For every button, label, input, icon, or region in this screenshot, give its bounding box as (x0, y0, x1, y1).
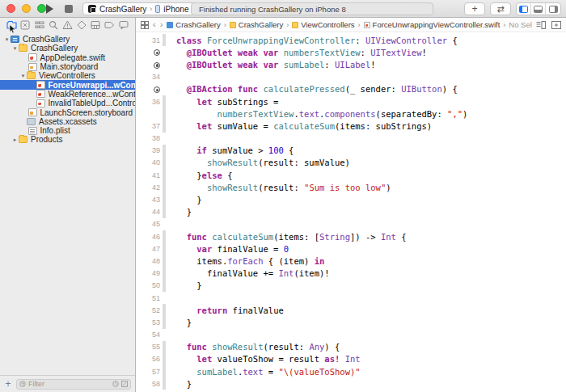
code-line-50[interactable]: 50 } (136, 280, 566, 292)
line-number[interactable]: 37 (136, 122, 160, 130)
line-number[interactable]: 53 (136, 318, 160, 327)
line-number[interactable]: 46 (136, 233, 160, 241)
related-items-icon[interactable] (141, 21, 149, 29)
stop-button[interactable] (61, 2, 76, 15)
line-number[interactable]: 57 (136, 368, 160, 376)
code-line-34[interactable]: 34 (136, 71, 566, 83)
disclosure-triangle-icon[interactable]: ▾ (11, 45, 19, 52)
code-line-58[interactable]: 58 } (136, 377, 566, 390)
line-number[interactable]: 44 (136, 208, 160, 216)
tree-item-products[interactable]: ▸Products (0, 135, 135, 144)
minimize-window-button[interactable] (22, 4, 31, 13)
code-line-38[interactable]: 38 (136, 133, 566, 145)
code-line-43[interactable]: 43 } (136, 193, 566, 205)
code-line-36[interactable]: 36 let subStrings = (136, 95, 566, 107)
tree-item-crashgallery[interactable]: ▾CrashGallery (0, 35, 135, 44)
code-line-54[interactable]: 54 (136, 329, 566, 341)
line-number[interactable]: 51 (136, 294, 160, 302)
code-line-53[interactable]: 53 } (136, 316, 566, 328)
disclosure-triangle-icon[interactable]: ▸ (11, 137, 19, 143)
code-area[interactable]: 31class ForceUnwrappingViewController: U… (136, 32, 566, 392)
go-forward-button[interactable]: › (160, 20, 163, 29)
navigator-tab-breakpoints-icon[interactable] (104, 19, 116, 31)
line-number[interactable]: 45 (136, 220, 160, 228)
scheme-selector[interactable]: CrashGallery › iPhone 8 (82, 2, 201, 15)
disclosure-triangle-icon[interactable]: ▾ (19, 73, 27, 79)
line-number[interactable]: 43 (136, 196, 160, 204)
code-review-button[interactable]: ⇄ (490, 2, 511, 15)
tree-item-invalidtableupd-controller-swift[interactable]: InvalidTableUpd...Controller.swift (0, 99, 135, 107)
code-line-33[interactable]: @IBOutlet weak var sumLabel: UILabel! (136, 58, 566, 70)
add-editor-icon[interactable] (551, 21, 561, 29)
toggle-debug-area-button[interactable] (531, 3, 546, 15)
line-number[interactable]: 42 (136, 183, 160, 192)
navigator-tab-debug-icon[interactable] (90, 19, 101, 31)
line-number[interactable]: 31 (136, 36, 160, 44)
run-button[interactable] (42, 2, 57, 15)
tree-item-launchscreen-storyboard[interactable]: LaunchScreen.storyboard (0, 107, 135, 116)
line-number[interactable]: 56 (136, 355, 160, 363)
code-line-57[interactable]: 57 sumLabel.text = "\(valueToShow)" (136, 365, 566, 377)
line-number[interactable]: 55 (136, 343, 160, 351)
close-window-button[interactable] (6, 4, 15, 13)
line-number[interactable]: 47 (136, 245, 160, 253)
code-line-32[interactable]: @IBOutlet weak var numbersTextView: UITe… (136, 46, 566, 58)
breadcrumb-item-crashgallery[interactable]: CrashGallery (167, 20, 220, 29)
code-line-37[interactable]: 37 let sumValue = calculateSum(items: su… (136, 120, 566, 132)
breadcrumb-item-viewcontrollers[interactable]: ViewControllers (292, 20, 354, 29)
code-line-46[interactable]: 46 func calculateSum(items: [String]) ->… (136, 230, 566, 242)
breadcrumb-item-forceunwrappingviewcontroller-swift[interactable]: ForceUnwrappingViewController.swift (364, 20, 501, 29)
navigator-tab-tests-icon[interactable] (76, 19, 87, 31)
tree-item-forceunwrappi-wcontroller-swift[interactable]: ForceUnwrappi...wController.swift (0, 80, 135, 89)
editor-options-icon[interactable] (536, 21, 546, 29)
library-button[interactable]: + (464, 2, 485, 15)
code-line-35[interactable]: @IBAction func calculatePressed(_ sender… (136, 83, 566, 95)
tree-item-main-storyboard[interactable]: Main.storyboard (0, 62, 135, 71)
code-line-42[interactable]: 42 showResult(result: "Sum is too low") (136, 181, 566, 193)
toggle-navigator-button[interactable] (517, 3, 531, 15)
code-line-wrap[interactable]: numbersTextView.text.components(separate… (136, 107, 566, 120)
code-line-39[interactable]: 39 if sumValue > 100 { (136, 145, 566, 157)
line-number[interactable]: 54 (136, 331, 160, 339)
add-file-button[interactable]: + (4, 378, 12, 390)
navigator-tab-find-icon[interactable] (48, 19, 59, 31)
code-line-44[interactable]: 44 } (136, 206, 566, 218)
code-line-40[interactable]: 40 showResult(result: sumValue) (136, 157, 566, 169)
line-number[interactable]: 49 (136, 269, 160, 277)
navigator-tab-source-control-icon[interactable] (19, 19, 31, 31)
code-line-49[interactable]: 49 finalValue += Int(item)! (136, 268, 566, 280)
navigator-tab-project-icon[interactable] (6, 19, 17, 31)
line-number[interactable]: 58 (136, 380, 160, 388)
code-line-48[interactable]: 48 items.forEach { (item) in (136, 255, 566, 267)
tree-item-crashgallery[interactable]: ▾CrashGallery (0, 44, 135, 53)
breadcrumb-item-crashgallery[interactable]: CrashGallery (230, 20, 283, 29)
tree-item-appdelegate-swift[interactable]: AppDelegate.swift (0, 53, 135, 62)
connection-indicator-icon[interactable] (136, 61, 160, 69)
code-line-51[interactable]: 51 (136, 292, 566, 304)
line-number[interactable]: 34 (136, 73, 160, 81)
connection-indicator-icon[interactable] (136, 48, 160, 57)
code-line-55[interactable]: 55 func showResult(result: Any) { (136, 341, 566, 353)
navigator-tab-symbols-icon[interactable] (34, 19, 45, 31)
toggle-inspector-button[interactable] (546, 3, 560, 15)
filter-field[interactable]: Filter (16, 379, 131, 390)
tree-item-assets-xcassets[interactable]: Assets.xcassets (0, 117, 135, 126)
line-number[interactable]: 38 (136, 134, 160, 142)
line-number[interactable]: 36 (136, 98, 160, 106)
go-back-button[interactable]: ‹ (153, 20, 156, 29)
connection-indicator-icon[interactable] (136, 85, 160, 93)
line-number[interactable]: 39 (136, 146, 160, 154)
line-number[interactable]: 41 (136, 171, 160, 179)
tree-item-viewcontrollers[interactable]: ▾ViewControllers (0, 71, 135, 80)
tree-item-weakreference-wcontroller-swift[interactable]: WeakReference...wController.swift (0, 90, 135, 99)
source-control-status-filter-icon[interactable] (121, 381, 128, 387)
code-line-41[interactable]: 41 }else { (136, 169, 566, 181)
line-number[interactable]: 52 (136, 306, 160, 314)
line-number[interactable]: 48 (136, 257, 160, 265)
line-number[interactable]: 40 (136, 158, 160, 166)
breadcrumb-item-no-selection[interactable]: No Selection (509, 20, 532, 29)
recent-files-clock-icon[interactable] (112, 381, 119, 387)
code-line-47[interactable]: 47 var finalValue = 0 (136, 242, 566, 255)
navigator-tab-reports-icon[interactable] (118, 19, 129, 31)
disclosure-triangle-icon[interactable]: ▾ (3, 36, 11, 43)
